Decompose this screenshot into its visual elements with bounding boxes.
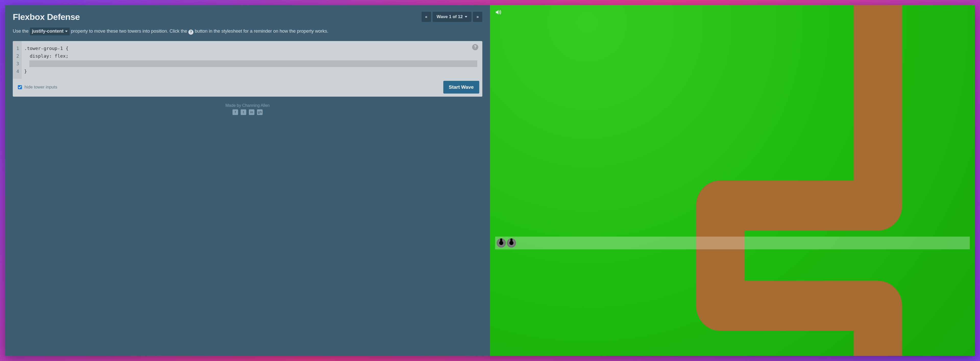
twitter-icon[interactable]: t xyxy=(241,109,246,115)
next-wave-button[interactable]: » xyxy=(473,12,482,22)
hide-tower-inputs-checkbox[interactable] xyxy=(18,85,22,89)
code-line: display: flex; xyxy=(24,52,477,60)
instr-mid: property to move these two towers into p… xyxy=(71,28,188,34)
hide-tower-inputs-toggle[interactable]: hide tower inputs xyxy=(18,85,57,90)
game-board xyxy=(490,5,975,356)
tower[interactable] xyxy=(496,238,506,247)
css-input[interactable] xyxy=(29,60,477,67)
facebook-icon[interactable]: f xyxy=(232,109,238,115)
tower-group-1 xyxy=(495,237,970,249)
chevron-left-icon: « xyxy=(425,14,428,19)
property-token-label: justify-content xyxy=(32,28,64,35)
hide-tower-inputs-label: hide tower inputs xyxy=(24,85,57,90)
line-number: 1 xyxy=(16,44,19,52)
line-number-gutter: 1 2 3 4 xyxy=(13,41,22,79)
credit-text: Made by Channing Allen xyxy=(13,103,482,108)
prev-wave-button[interactable]: « xyxy=(422,12,431,22)
tower[interactable] xyxy=(507,238,516,247)
enemy-path xyxy=(490,5,975,356)
instructions-text: Use the justify-content property to move… xyxy=(13,27,482,35)
instr-pre: Use the xyxy=(13,28,30,34)
chevron-right-icon: » xyxy=(476,14,479,19)
code-input-row xyxy=(24,60,477,68)
caret-down-icon xyxy=(65,31,68,32)
start-wave-button[interactable]: Start Wave xyxy=(443,81,479,93)
wave-label: Wave 1 of 12 xyxy=(437,14,463,19)
help-icon: ? xyxy=(188,30,193,35)
code-area: .tower-group-1 { display: flex; } xyxy=(22,41,482,79)
editor-body: 1 2 3 4 .tower-group-1 { display: flex; … xyxy=(13,41,482,79)
editor-footer: hide tower inputs Start Wave xyxy=(13,79,482,97)
app-root: Flexbox Defense « Wave 1 of 12 » Use the… xyxy=(5,5,975,356)
code-line: .tower-group-1 { xyxy=(24,44,477,52)
instr-post: button in the stylesheet for a reminder … xyxy=(195,28,328,34)
page-title: Flexbox Defense xyxy=(13,12,80,22)
line-number: 4 xyxy=(16,68,19,75)
code-line: } xyxy=(24,68,477,75)
line-number: 3 xyxy=(16,60,19,68)
header: Flexbox Defense « Wave 1 of 12 » xyxy=(13,12,482,22)
wave-nav: « Wave 1 of 12 » xyxy=(422,12,482,22)
social-links: f t in gh xyxy=(13,109,482,115)
code-editor: ? 1 2 3 4 .tower-group-1 { display: flex… xyxy=(13,41,482,97)
github-icon[interactable]: gh xyxy=(257,109,262,115)
linkedin-icon[interactable]: in xyxy=(249,109,255,115)
wave-select-button[interactable]: Wave 1 of 12 xyxy=(433,12,471,22)
line-number: 2 xyxy=(16,52,19,60)
property-token[interactable]: justify-content xyxy=(30,27,70,35)
instruction-panel: Flexbox Defense « Wave 1 of 12 » Use the… xyxy=(5,5,490,356)
caret-down-icon xyxy=(465,16,467,17)
